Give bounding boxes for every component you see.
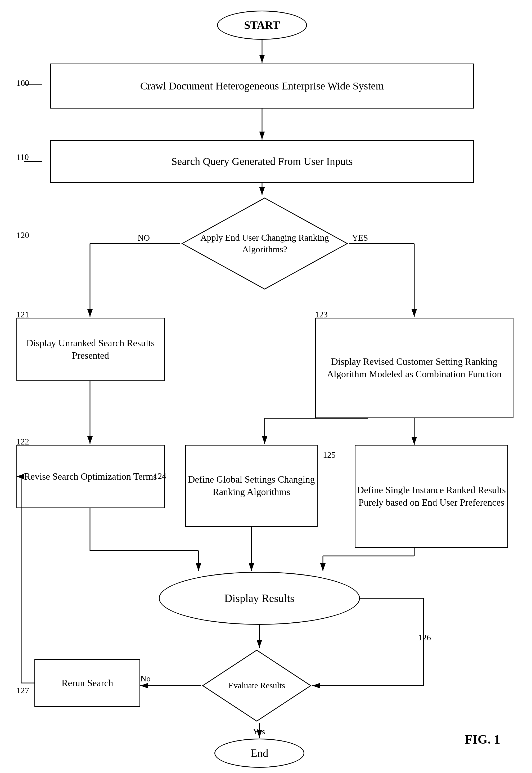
step110-label: Search Query Generated From User Inputs bbox=[171, 155, 353, 168]
display-results-label: Display Results bbox=[224, 591, 295, 606]
fig-label: FIG. 1 bbox=[465, 732, 500, 747]
step100-ref: 100 bbox=[16, 78, 29, 88]
step127-ref: 127 bbox=[16, 686, 29, 695]
step100-label: Crawl Document Heterogeneous Enterprise … bbox=[140, 79, 384, 93]
step123-label: Display Revised Customer Setting Ranking… bbox=[316, 356, 513, 380]
yes-label: YES bbox=[352, 233, 368, 243]
step121-rect: Display Unranked Search Results Presente… bbox=[16, 318, 165, 381]
rerun-search-rect: Rerun Search bbox=[34, 659, 140, 707]
step124-label: Define Global Settings Changing Ranking … bbox=[186, 473, 317, 498]
step110-ref: 110 bbox=[16, 152, 29, 162]
step110-rect: Search Query Generated From User Inputs bbox=[50, 140, 474, 183]
no2-label: No bbox=[140, 674, 151, 684]
start-label: START bbox=[244, 18, 280, 33]
decision120-ref: 120 bbox=[16, 230, 29, 240]
yes2-label: Yes bbox=[253, 727, 265, 736]
decision120-label: Apply End User Changing Ranking Algorith… bbox=[180, 232, 349, 255]
step124-rect: Define Global Settings Changing Ranking … bbox=[185, 445, 318, 527]
step123-rect: Display Revised Customer Setting Ranking… bbox=[315, 318, 513, 418]
step125-label: Define Single Instance Ranked Results Pu… bbox=[355, 484, 507, 509]
step122-rect: Revise Search Optimization Terms bbox=[16, 445, 165, 508]
evaluate-diamond-wrap: Evaluate Results bbox=[201, 649, 312, 723]
diagram-container: START Crawl Document Heterogeneous Enter… bbox=[0, 0, 532, 773]
step125-rect: Define Single Instance Ranked Results Pu… bbox=[355, 445, 508, 548]
step125-ref: 125 bbox=[323, 450, 336, 460]
end-label: End bbox=[250, 746, 268, 761]
step123-ref: 123 bbox=[315, 310, 328, 320]
no-label: NO bbox=[138, 233, 150, 243]
evaluate-diamond-label: Evaluate Results bbox=[228, 680, 285, 691]
step100-rect: Crawl Document Heterogeneous Enterprise … bbox=[50, 64, 474, 109]
end-shape: End bbox=[214, 739, 304, 768]
display-results-shape: Display Results bbox=[159, 572, 360, 625]
step121-label: Display Unranked Search Results Presente… bbox=[17, 337, 164, 362]
step122-label: Revise Search Optimization Terms bbox=[24, 470, 157, 483]
decision120-diamond: Apply End User Changing Ranking Algorith… bbox=[180, 196, 349, 291]
step124-ref: 124 bbox=[154, 471, 166, 481]
step126-ref: 126 bbox=[418, 633, 431, 642]
step122-ref: 122 bbox=[16, 437, 29, 447]
decision120-wrap: Apply End User Changing Ranking Algorith… bbox=[180, 196, 349, 291]
start-shape: START bbox=[217, 11, 307, 40]
evaluate-diamond: Evaluate Results bbox=[201, 649, 312, 723]
rerun-search-label: Rerun Search bbox=[62, 677, 113, 689]
step121-ref: 121 bbox=[16, 310, 29, 320]
